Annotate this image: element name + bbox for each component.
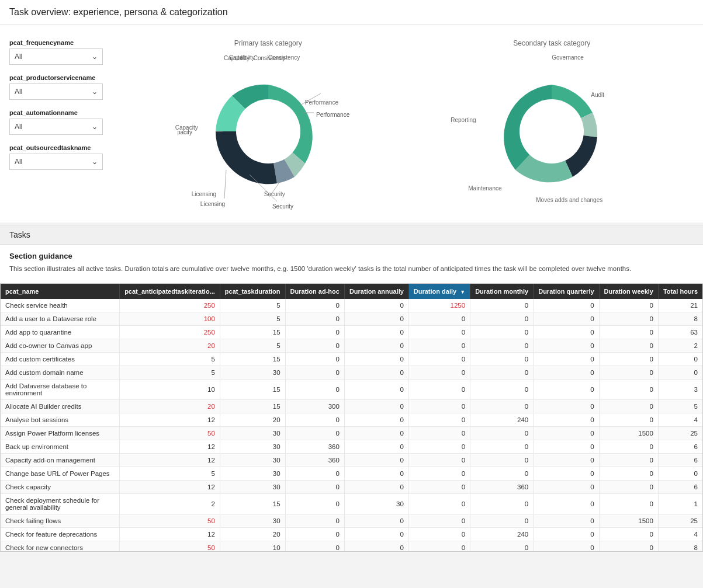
cell-pcat_anticipatedtaskiteration: 250 xyxy=(120,299,220,312)
cell-pcat_name: Capacity add-on management xyxy=(1,454,120,467)
cell-duration_weekly: 0 xyxy=(599,541,658,552)
cell-duration_quarterly: 0 xyxy=(534,353,599,366)
cell-duration_quarterly: 0 xyxy=(534,366,599,380)
cell-duration_monthly: 0 xyxy=(470,440,534,454)
cell-duration_monthly: 0 xyxy=(470,339,534,353)
table-row[interactable]: Check for feature deprecations1220000240… xyxy=(1,528,702,541)
guidance-title: Section guidance xyxy=(9,252,694,260)
cell-duration_annually: 0 xyxy=(344,427,408,440)
cell-pcat_name: Add co-owner to Canvas app xyxy=(1,339,120,353)
table-row[interactable]: Add app to quarantine2501500000063 xyxy=(1,326,702,339)
table-row[interactable]: Check for new connectors50100000008 xyxy=(1,541,702,552)
primary-chart-title: Primary task category xyxy=(234,39,302,47)
table-row[interactable]: Allocate AI Builder credits2015300000005 xyxy=(1,400,702,413)
cell-pcat_anticipatedtaskiteration: 2 xyxy=(120,494,220,514)
cell-duration_monthly: 0 xyxy=(470,380,534,400)
cell-duration_annually: 0 xyxy=(344,541,408,552)
table-row[interactable]: Capacity add-on management1230360000006 xyxy=(1,454,702,467)
cell-duration_quarterly: 0 xyxy=(534,380,599,400)
cell-pcat_taskduration: 15 xyxy=(220,380,285,400)
cell-duration_weekly: 0 xyxy=(599,467,658,481)
cell-duration_monthly: 0 xyxy=(470,427,534,440)
table-row[interactable]: Add co-owner to Canvas app2050000002 xyxy=(1,339,702,353)
secondary-chart-container: Secondary task category xyxy=(410,34,694,213)
cell-duration_weekly: 0 xyxy=(599,400,658,413)
cell-pcat_taskduration: 5 xyxy=(220,299,285,312)
col-pcat-name[interactable]: pcat_name xyxy=(1,284,120,299)
cell-duration_annually: 0 xyxy=(344,312,408,326)
cell-duration_adhoc: 0 xyxy=(285,339,344,353)
col-pcat-anticipated[interactable]: pcat_anticipatedtaskiteratio... xyxy=(120,284,220,299)
table-row[interactable]: Analyse bot sessions1220000240004 xyxy=(1,413,702,427)
table-row[interactable]: Add custom certificates5150000000 xyxy=(1,353,702,366)
tasks-table-wrapper[interactable]: pcat_name pcat_anticipatedtaskiteratio..… xyxy=(0,283,703,552)
label-capability: Capability xyxy=(224,55,250,61)
cell-pcat_name: Add a user to a Dataverse role xyxy=(1,312,120,326)
cell-pcat_name: Back up environment xyxy=(1,440,120,454)
col-duration-annually[interactable]: Duration annually xyxy=(344,284,408,299)
table-row[interactable]: Change base URL of Power Pages5300000000 xyxy=(1,467,702,481)
filter-select-outsourcedtaskname[interactable]: All ⌄ xyxy=(9,154,103,170)
col-pcat-taskduration[interactable]: pcat_taskduration xyxy=(220,284,285,299)
col-duration-monthly[interactable]: Duration monthly xyxy=(470,284,534,299)
cell-duration_quarterly: 0 xyxy=(534,494,599,514)
cell-duration_quarterly: 0 xyxy=(534,440,599,454)
cell-pcat_name: Add custom certificates xyxy=(1,353,120,366)
primary-chart-svg: Performance Consistency Consistency Capa… xyxy=(178,50,359,213)
cell-pcat_taskduration: 5 xyxy=(220,339,285,353)
filter-label-automationname: pcat_automationname xyxy=(9,109,126,116)
cell-duration_daily: 1250 xyxy=(408,299,470,312)
filter-select-productorservicename[interactable]: All ⌄ xyxy=(9,83,103,100)
cell-pcat_taskduration: 20 xyxy=(220,528,285,541)
cell-duration_annually: 0 xyxy=(344,481,408,494)
table-row[interactable]: Check capacity1230000360006 xyxy=(1,481,702,494)
table-row[interactable]: Check service health250500125000021 xyxy=(1,299,702,312)
cell-duration_annually: 0 xyxy=(344,467,408,481)
secondary-chart-title: Secondary task category xyxy=(513,39,590,47)
cell-duration_monthly: 360 xyxy=(470,481,534,494)
col-duration-quarterly[interactable]: Duration quarterly xyxy=(534,284,599,299)
cell-total_hours: 6 xyxy=(658,440,702,454)
cell-pcat_name: Check capacity xyxy=(1,481,120,494)
cell-duration_adhoc: 0 xyxy=(285,481,344,494)
cell-duration_quarterly: 0 xyxy=(534,326,599,339)
cell-total_hours: 8 xyxy=(658,541,702,552)
cell-duration_annually: 0 xyxy=(344,353,408,366)
cell-pcat_taskduration: 15 xyxy=(220,353,285,366)
table-row[interactable]: Check deployment schedule for general av… xyxy=(1,494,702,514)
table-row[interactable]: Check failing flows503000000150025 xyxy=(1,514,702,528)
col-duration-weekly[interactable]: Duration weekly xyxy=(599,284,658,299)
cell-duration_daily: 0 xyxy=(408,380,470,400)
cell-duration_weekly: 0 xyxy=(599,312,658,326)
filters-panel: pcat_frequencyname All ⌄ pcat_productors… xyxy=(9,34,126,213)
table-row[interactable]: Assign Power Platform licenses5030000001… xyxy=(1,427,702,440)
cell-pcat_name: Allocate AI Builder credits xyxy=(1,400,120,413)
filter-select-frequencyname[interactable]: All ⌄ xyxy=(9,48,103,65)
cell-duration_monthly: 240 xyxy=(470,413,534,427)
cell-total_hours: 6 xyxy=(658,454,702,467)
charts-area: Primary task category xyxy=(126,34,694,213)
filter-select-automationname[interactable]: All ⌄ xyxy=(9,119,103,135)
table-body: Check service health250500125000021Add a… xyxy=(1,299,702,552)
table-row[interactable]: Add custom domain name5300000000 xyxy=(1,366,702,380)
cell-duration_weekly: 0 xyxy=(599,339,658,353)
cell-duration_adhoc: 0 xyxy=(285,467,344,481)
cell-duration_adhoc: 0 xyxy=(285,380,344,400)
cell-duration_quarterly: 0 xyxy=(534,467,599,481)
cell-pcat_anticipatedtaskiteration: 12 xyxy=(120,481,220,494)
col-duration-daily[interactable]: Duration daily ▼ xyxy=(408,284,470,299)
col-duration-adhoc[interactable]: Duration ad-hoc xyxy=(285,284,344,299)
cell-pcat_taskduration: 30 xyxy=(220,467,285,481)
col-total-hours[interactable]: Total hours xyxy=(658,284,702,299)
table-row[interactable]: Back up environment1230360000006 xyxy=(1,440,702,454)
table-row[interactable]: Add a user to a Dataverse role1005000000… xyxy=(1,312,702,326)
cell-duration_daily: 0 xyxy=(408,494,470,514)
cell-duration_weekly: 0 xyxy=(599,528,658,541)
cell-duration_daily: 0 xyxy=(408,427,470,440)
cell-duration_quarterly: 0 xyxy=(534,541,599,552)
secondary-chart-donut: Governance Audit Reporting Maintenance M… xyxy=(461,50,642,213)
cell-duration_weekly: 0 xyxy=(599,353,658,366)
cell-duration_annually: 0 xyxy=(344,339,408,353)
table-row[interactable]: Add Dataverse database to environment101… xyxy=(1,380,702,400)
table-section: pcat_name pcat_anticipatedtaskiteratio..… xyxy=(0,279,703,552)
